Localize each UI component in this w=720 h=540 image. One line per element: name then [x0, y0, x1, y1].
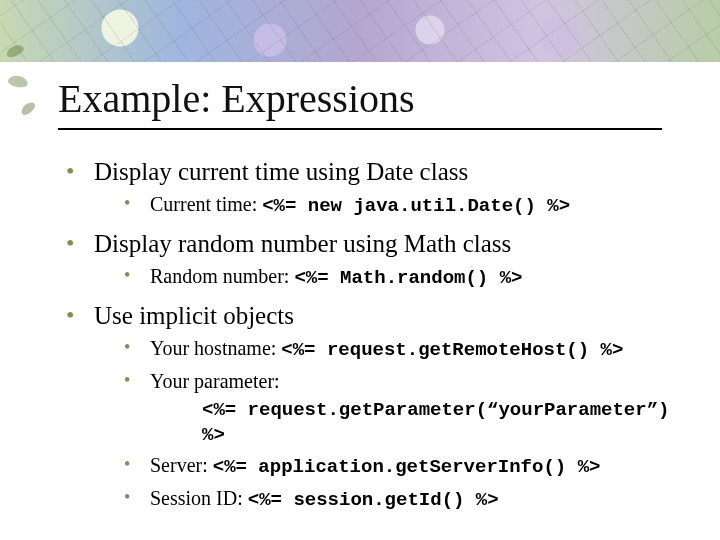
sub-list: Your hostname: <%= request.getRemoteHost… [94, 335, 678, 513]
sub-label: Your parameter: [150, 370, 280, 392]
sub-sub-list: <%= request.getParameter(“yourParameter”… [150, 397, 678, 448]
sub-label: Server: [150, 454, 213, 476]
leaf-icon [7, 74, 29, 88]
sub-label: Session ID: [150, 487, 248, 509]
leaf-icon [19, 100, 37, 117]
sub-item: Server: <%= application.getServerInfo() … [94, 452, 678, 481]
sub-item: Your parameter: <%= request.getParameter… [94, 368, 678, 448]
bullet-item: Display random number using Math class R… [58, 228, 678, 292]
code-text: <%= application.getServerInfo() %> [213, 456, 601, 478]
slide-body: Display current time using Date class Cu… [58, 156, 678, 521]
bullet-text: Display current time using Date class [94, 158, 468, 185]
sub-list: Random number: <%= Math.random() %> [94, 263, 678, 292]
code-text: <%= Math.random() %> [294, 267, 522, 289]
slide-title: Example: Expressions [58, 78, 415, 120]
sub-label: Random number: [150, 265, 294, 287]
title-underline [58, 128, 662, 130]
bullet-item: Use implicit objects Your hostname: <%= … [58, 300, 678, 514]
slide: Example: Expressions Display current tim… [0, 0, 720, 540]
sub-item: Current time: <%= new java.util.Date() %… [94, 191, 678, 220]
code-text: <%= session.getId() %> [248, 489, 499, 511]
decorative-banner [0, 0, 720, 62]
bullet-list: Display current time using Date class Cu… [58, 156, 678, 513]
sub-label: Current time: [150, 193, 262, 215]
sub-item: Session ID: <%= session.getId() %> [94, 485, 678, 514]
bullet-text: Display random number using Math class [94, 230, 511, 257]
bullet-item: Display current time using Date class Cu… [58, 156, 678, 220]
sub-sub-item: <%= request.getParameter(“yourParameter”… [150, 397, 678, 448]
code-text: <%= request.getParameter(“yourParameter”… [202, 399, 669, 447]
code-text: <%= request.getRemoteHost() %> [281, 339, 623, 361]
sub-item: Your hostname: <%= request.getRemoteHost… [94, 335, 678, 364]
sub-list: Current time: <%= new java.util.Date() %… [94, 191, 678, 220]
sub-label: Your hostname: [150, 337, 281, 359]
code-text: <%= new java.util.Date() %> [262, 195, 570, 217]
bullet-text: Use implicit objects [94, 302, 294, 329]
sub-item: Random number: <%= Math.random() %> [94, 263, 678, 292]
